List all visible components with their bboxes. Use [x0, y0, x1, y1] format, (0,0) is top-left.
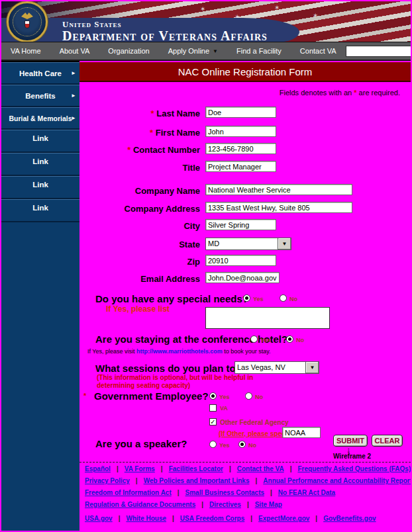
page-title: NAC Online Registration Form	[79, 62, 411, 82]
footer-link[interactable]: USA.gov	[85, 515, 113, 522]
footer-link[interactable]: Site Map	[255, 501, 282, 508]
clear-button[interactable]: CLEAR	[372, 435, 403, 447]
title-input[interactable]	[205, 161, 276, 172]
speaker-no-radio[interactable]	[238, 441, 246, 448]
sessions-select[interactable]: Las Vegas, NV ▼	[234, 361, 319, 374]
zip-input[interactable]	[205, 255, 276, 266]
speaker-yes-radio[interactable]	[209, 441, 217, 448]
footer-link[interactable]: Frequently Asked Questions (FAQs)	[297, 465, 411, 472]
separator	[201, 501, 203, 508]
footer-link[interactable]: Annual Performance and Accountability Re…	[263, 477, 412, 484]
special-needs-textarea[interactable]	[205, 307, 330, 329]
footer-link[interactable]: Regulation & Guidance Documents	[85, 501, 195, 508]
gov-employee-question: Government Employee?	[94, 390, 209, 402]
footer-link[interactable]: Español	[85, 465, 111, 472]
sidebar-item-link-4[interactable]: Link	[1, 199, 79, 222]
required-note-prefix: Fields denotes with an	[280, 89, 354, 97]
footer-link[interactable]: Contact the VA	[237, 465, 284, 472]
footer-row: Freedom of Information ActSmall Business…	[85, 489, 335, 496]
state-label: State	[79, 240, 200, 249]
footer-link[interactable]: ExpectMore.gov	[258, 515, 309, 522]
special-needs-question: Do you have any special needs?	[95, 293, 248, 304]
flag-star-icon: ✶	[313, 12, 318, 19]
sidebar-item-link-1[interactable]: Link	[1, 130, 79, 153]
required-note: Fields denotes with an * are required.	[280, 89, 400, 97]
last-name-input[interactable]	[205, 107, 276, 118]
chevron-down-icon[interactable]: ▼	[278, 238, 291, 249]
state-select[interactable]: MD ▼	[205, 238, 291, 250]
hotel-yes-label: Yes	[260, 337, 271, 343]
va-checkbox[interactable]	[209, 404, 217, 412]
sidebar-item-label: Burial & Memorials	[9, 108, 72, 129]
footer-link[interactable]: Directives	[209, 501, 241, 508]
special-needs-yes-radio[interactable]	[243, 294, 250, 302]
special-needs-hint: If Yes, please list	[106, 304, 170, 314]
zip-label: Zip	[79, 257, 200, 267]
va-seal-icon	[7, 1, 48, 42]
label-text: Zip	[187, 257, 201, 267]
nav-apply-online[interactable]: Apply Online ▼	[159, 47, 227, 55]
footer-link[interactable]: Small Business Contacts	[185, 489, 264, 496]
company-address-label: Company Address	[79, 204, 200, 214]
footer-link[interactable]: No FEAR Act Data	[278, 489, 335, 496]
email-input[interactable]	[205, 272, 280, 283]
footer-link[interactable]: VA Forms	[125, 465, 155, 472]
sidebar-item-label: Link	[32, 130, 48, 146]
separator	[255, 477, 257, 484]
sessions-note-line2: determining seating capacity)	[97, 382, 190, 389]
sidebar-item-label: Benefits	[25, 85, 55, 107]
sidebar-item-benefits[interactable]: Benefits ►	[1, 85, 79, 107]
footer-link[interactable]: Web Policies and Important Links	[144, 477, 250, 484]
label-text: Email Address	[140, 274, 200, 284]
search-input[interactable]	[346, 46, 412, 57]
other-federal-agency-label: Other Federal Agency	[220, 419, 289, 426]
va-checkbox-label: VA	[220, 405, 228, 412]
hotel-yes-radio[interactable]	[250, 335, 258, 343]
city-input[interactable]	[205, 219, 276, 230]
footer-link[interactable]: Freedom of Information Act	[85, 489, 172, 496]
hotel-link[interactable]: http://www.marriotthotels.com	[136, 348, 223, 355]
footer-link[interactable]: GovBenefits.gov	[323, 515, 376, 522]
company-name-input[interactable]	[205, 184, 352, 195]
flag-star-icon: ✶	[274, 4, 280, 11]
nav-va-home[interactable]: VA Home	[1, 47, 50, 55]
gov-employee-yes-radio[interactable]	[209, 392, 217, 400]
sidebar-item-burial-memorials[interactable]: Burial & Memorials ►	[1, 107, 79, 130]
sidebar-item-link-2[interactable]: Link	[1, 153, 79, 176]
separator	[119, 515, 121, 522]
footer-link[interactable]: Privacy Policy	[85, 477, 130, 484]
footer-link[interactable]: Facilities Locator	[169, 465, 223, 472]
nav-organization[interactable]: Organization	[99, 47, 158, 55]
city-label: City	[79, 221, 200, 231]
sidebar-item-label: Health Care	[19, 63, 62, 84]
gov-employee-no-radio[interactable]	[245, 392, 252, 400]
top-navbar: VA Home About VA Organization Apply Onli…	[1, 42, 411, 61]
first-name-input[interactable]	[205, 126, 276, 137]
hotel-no-label: No	[296, 337, 304, 343]
nav-find-a-facility[interactable]: Find a Facility	[227, 47, 291, 55]
special-needs-no-radio[interactable]	[280, 294, 287, 302]
company-name-label: Company Name	[79, 186, 200, 196]
sidebar-item-link-3[interactable]: Link	[1, 176, 79, 199]
label-text: Contact Number	[133, 145, 200, 155]
separator	[315, 515, 317, 522]
nav-find-a-facility-label: Find a Facility	[236, 47, 282, 55]
nav-apply-online-label: Apply Online	[168, 47, 209, 55]
hotel-note-suffix: to book your stay.	[223, 348, 271, 355]
sidebar-item-health-care[interactable]: Health Care ►	[1, 62, 79, 85]
email-label: Email Address	[79, 274, 200, 284]
nav-contact-va[interactable]: Contact VA	[291, 47, 346, 55]
footer-link[interactable]: USA Freedom Corps	[180, 515, 244, 522]
other-federal-agency-checkbox[interactable]: ✓	[209, 418, 217, 425]
nav-about-va[interactable]: About VA	[50, 47, 99, 55]
company-address-input[interactable]	[205, 202, 352, 213]
footer-link[interactable]: White House	[126, 515, 166, 522]
agency-line2: Department of Veterans Affairs	[62, 29, 268, 42]
chevron-down-icon[interactable]: ▼	[305, 362, 319, 373]
other-specify-input[interactable]	[282, 427, 321, 438]
hotel-no-radio[interactable]	[286, 335, 293, 343]
page: ✶ ✶ ✶ ✶ United States Department of Vete…	[0, 0, 412, 532]
contact-number-input[interactable]	[205, 143, 276, 154]
separator	[229, 465, 231, 472]
state-select-value: MD	[206, 238, 278, 249]
